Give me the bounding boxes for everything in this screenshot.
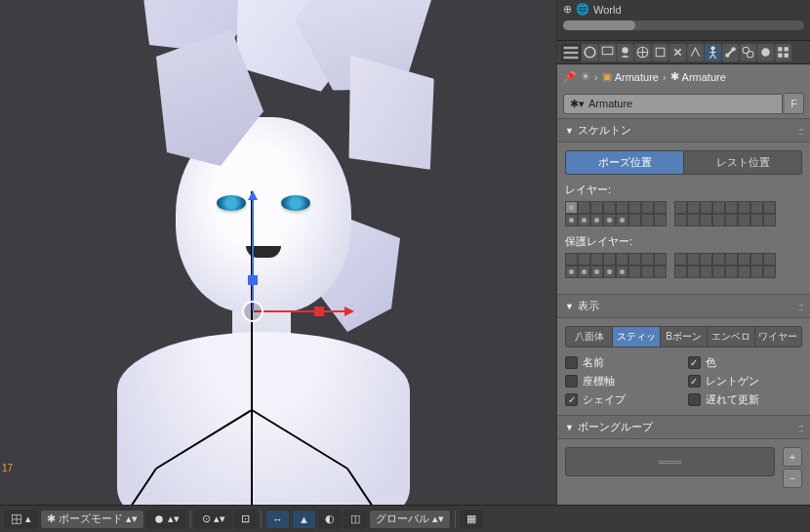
layer-cell[interactable] (616, 253, 628, 266)
tab-bone[interactable] (722, 44, 739, 61)
layer-cell[interactable] (763, 266, 776, 278)
layer-cell[interactable] (641, 214, 654, 226)
datablock-name-input[interactable] (588, 98, 776, 109)
drawtype-wire[interactable]: ワイヤー (755, 326, 802, 348)
layer-cell[interactable] (628, 201, 641, 214)
layer-cell[interactable] (628, 214, 641, 226)
layer-cell[interactable] (654, 201, 667, 214)
layer-cell[interactable] (603, 266, 616, 278)
remove-bone-group-button[interactable]: − (783, 469, 802, 488)
editor-type-menu[interactable]: ▴ (4, 510, 38, 529)
layer-cell[interactable] (654, 266, 667, 278)
layer-cell[interactable] (590, 214, 603, 226)
breadcrumb-data[interactable]: ✱ Armature (670, 70, 726, 83)
pose-position-button[interactable]: ポーズ位置 (565, 150, 684, 175)
layer-cell[interactable] (712, 201, 725, 214)
layer-cell[interactable] (700, 201, 712, 214)
layer-cell[interactable] (750, 201, 763, 214)
drawtype-bbone[interactable]: Bボーン (661, 326, 708, 348)
layer-cell[interactable] (603, 214, 616, 226)
fake-user-button[interactable]: F (785, 93, 804, 114)
drawtype-octahedral[interactable]: 八面体 (565, 326, 613, 348)
tab-armature-data[interactable] (705, 44, 721, 61)
3d-viewport[interactable]: 17 (0, 0, 556, 505)
layer-cell[interactable] (565, 253, 578, 266)
layer-cell[interactable] (687, 253, 700, 266)
pivot-menu[interactable]: ⊙▴▾ (195, 510, 232, 529)
tab-render[interactable] (582, 44, 598, 61)
layer-cell[interactable] (725, 201, 738, 214)
layer-cell[interactable] (700, 266, 712, 278)
panel-grip-icon[interactable]: :::: (798, 422, 802, 433)
layer-cell[interactable] (590, 201, 603, 214)
manipulator-toggle[interactable]: ↔ (265, 510, 290, 529)
layer-cell[interactable] (590, 266, 603, 278)
layer-cell[interactable] (725, 253, 738, 266)
outliner[interactable]: ⊕ 🌐 World (557, 0, 810, 41)
layer-cell[interactable] (750, 253, 763, 266)
layer-cell[interactable] (578, 201, 590, 214)
context-menu-icon[interactable] (561, 44, 581, 61)
layer-cell[interactable] (565, 214, 578, 226)
tab-bone-constraint[interactable] (740, 44, 756, 61)
drawtype-envelope[interactable]: エンベロ (708, 326, 754, 348)
add-bone-group-button[interactable]: + (783, 447, 802, 467)
layer-cell[interactable] (654, 214, 667, 226)
layer-cell[interactable] (603, 253, 616, 266)
layer-cell[interactable] (712, 214, 725, 226)
layers-button[interactable]: ▦ (460, 510, 483, 529)
layer-cell[interactable] (687, 201, 700, 214)
layer-cell[interactable] (565, 266, 578, 278)
checkbox-delay[interactable] (688, 393, 701, 406)
layer-cell[interactable] (674, 214, 687, 226)
layer-cell[interactable] (700, 214, 712, 226)
panel-grip-icon[interactable]: :::: (798, 301, 802, 312)
layer-cell[interactable] (578, 214, 590, 226)
layer-cell[interactable] (738, 266, 750, 278)
gizmo-z-axis[interactable] (252, 193, 254, 310)
pivot-option[interactable]: ⊡ (234, 510, 257, 529)
layer-cell[interactable] (674, 266, 687, 278)
tab-physics[interactable] (757, 44, 774, 61)
tab-render-layers[interactable] (599, 44, 616, 61)
tab-scene[interactable] (617, 44, 633, 61)
layer-cell[interactable] (738, 214, 750, 226)
drawtype-stick[interactable]: スティッ (613, 326, 660, 348)
pin-icon[interactable]: 📌 (563, 70, 577, 83)
panel-header-skeleton[interactable]: ▼ スケルトン :::: (557, 119, 810, 143)
outliner-item-world[interactable]: ⊕ 🌐 World (563, 2, 804, 17)
breadcrumb-object[interactable]: ▣ Armature (602, 70, 659, 83)
orientation-select[interactable]: グローバル▴▾ (369, 510, 451, 529)
outliner-scrollbar[interactable] (563, 20, 804, 30)
layer-cell[interactable] (628, 253, 641, 266)
layer-cell[interactable] (674, 201, 687, 214)
layer-cell[interactable] (674, 253, 687, 266)
layer-cell[interactable] (763, 214, 776, 226)
tab-modifiers[interactable] (687, 44, 704, 61)
gizmo-center[interactable] (242, 301, 263, 322)
layer-cell[interactable] (590, 253, 603, 266)
layer-cell[interactable] (738, 253, 750, 266)
toggle-icon[interactable]: ☀ (581, 70, 590, 83)
layer-cell[interactable] (628, 266, 641, 278)
gizmo-x-axis[interactable] (254, 310, 351, 312)
rest-position-button[interactable]: レスト位置 (684, 150, 802, 175)
bone-group-list[interactable]: ═══ (565, 447, 775, 476)
checkbox-colors[interactable] (688, 356, 701, 369)
layer-cell[interactable] (641, 253, 654, 266)
gizmo-z-handle[interactable] (248, 275, 258, 285)
manipulator-rotate[interactable]: ◐ (318, 510, 342, 529)
checkbox-shapes[interactable] (565, 393, 578, 406)
layer-cell[interactable] (750, 266, 763, 278)
manipulator-scale[interactable]: ◫ (344, 510, 367, 529)
layer-cell[interactable] (738, 201, 750, 214)
tab-grid[interactable] (775, 44, 791, 61)
layer-cell[interactable] (565, 201, 578, 214)
checkbox-names[interactable] (565, 356, 578, 369)
layer-cell[interactable] (616, 214, 628, 226)
layer-cell[interactable] (687, 266, 700, 278)
layer-cell[interactable] (712, 266, 725, 278)
manipulator-translate[interactable]: ▲ (292, 510, 316, 529)
checkbox-axes[interactable] (565, 375, 578, 388)
viewport-shading-sphere[interactable]: ▴▾ (146, 510, 186, 529)
